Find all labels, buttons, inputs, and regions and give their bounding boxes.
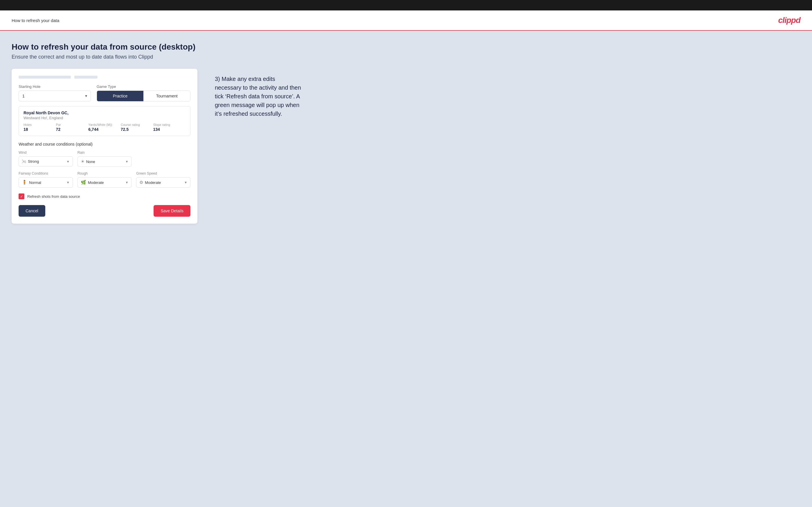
stat-slope-rating-value: 134 [153,127,186,132]
course-name: Royal North Devon GC, [23,111,186,115]
edit-card: Starting Hole 1 ▼ Game Type Practice Tou… [12,69,197,224]
fairway-label: Fairway Conditions [18,171,73,175]
practice-button[interactable]: Practice [97,91,144,101]
rough-chevron-icon: ▼ [125,181,128,184]
starting-hole-select[interactable]: 1 [18,91,91,102]
game-type-label: Game Type [97,84,191,89]
main-content: How to refresh your data from source (de… [0,31,812,507]
cancel-button[interactable]: Cancel [18,205,45,217]
course-stats: Holes 18 Par 72 Yards/White (M)) 6,744 C… [23,123,186,132]
placeholder-tab-2 [74,76,98,78]
game-type-group: Game Type Practice Tournament [97,84,191,102]
green-speed-group: Green Speed ⚙ Moderate ▼ [136,171,191,188]
rain-group: Rain ☀ None ▼ [78,151,132,167]
placeholder-tab-1 [18,76,71,78]
green-speed-value: Moderate [145,180,184,185]
refresh-label: Refresh shots from data source [27,194,80,199]
rough-icon: 🌿 [81,180,86,185]
stat-yards: Yards/White (M)) 6,744 [88,123,121,132]
stat-slope-rating: Slope rating 134 [153,123,186,132]
refresh-row: ✓ Refresh shots from data source [18,193,191,199]
side-note: 3) Make any extra edits necessary to the… [209,69,302,118]
save-details-button[interactable]: Save Details [154,205,191,217]
wind-label: Wind [18,151,73,155]
stat-par-label: Par [56,123,89,126]
game-type-toggle: Practice Tournament [97,91,191,102]
rough-select-wrapper[interactable]: 🌿 Moderate ▼ [78,177,132,188]
starting-hole-label: Starting Hole [18,84,91,89]
header: How to refresh your data clippd [0,10,812,31]
wind-value: Strong [28,159,66,164]
wind-group: Wind 🌬 Strong ▼ [18,151,73,167]
starting-hole-gametype-row: Starting Hole 1 ▼ Game Type Practice Tou… [18,84,191,102]
wind-select-wrapper[interactable]: 🌬 Strong ▼ [18,156,73,167]
rain-value: None [86,160,125,164]
green-speed-select-wrapper[interactable]: ⚙ Moderate ▼ [136,177,191,188]
card-actions: Cancel Save Details [18,205,191,217]
stat-holes-value: 18 [23,127,56,132]
rain-icon: ☀ [81,159,85,164]
stat-yards-label: Yards/White (M)) [88,123,121,126]
page-heading: How to refresh your data from source (de… [12,42,800,52]
rough-label: Rough [78,171,132,175]
stat-par: Par 72 [56,123,89,132]
refresh-checkbox[interactable]: ✓ [18,193,24,199]
page-subheading: Ensure the correct and most up to date d… [12,54,800,60]
fairway-icon: 🧍 [22,180,27,185]
side-note-text: 3) Make any extra edits necessary to the… [215,74,302,118]
checkmark-icon: ✓ [20,194,23,199]
fairway-rough-green-row: Fairway Conditions 🧍 Normal ▼ Rough 🌿 Mo… [18,171,191,188]
stat-course-rating-value: 72.5 [121,127,153,132]
tournament-button[interactable]: Tournament [143,91,190,101]
rain-label: Rain [78,151,132,155]
rain-select-wrapper[interactable]: ☀ None ▼ [78,156,132,167]
starting-hole-group: Starting Hole 1 ▼ [18,84,91,102]
rough-group: Rough 🌿 Moderate ▼ [78,171,132,188]
starting-hole-select-wrapper[interactable]: 1 ▼ [18,91,91,102]
course-info-box: Royal North Devon GC, Westward Ho!, Engl… [18,106,191,136]
wind-icon: 🌬 [22,159,26,164]
rain-chevron-icon: ▼ [125,160,128,163]
stat-holes: Holes 18 [23,123,56,132]
fairway-chevron-icon: ▼ [66,181,70,184]
fairway-select-wrapper[interactable]: 🧍 Normal ▼ [18,177,73,188]
course-location: Westward Ho!, England [23,116,186,120]
stat-yards-value: 6,744 [88,127,121,132]
rough-value: Moderate [88,180,125,185]
weather-section-label: Weather and course conditions (optional) [18,142,191,147]
stat-slope-rating-label: Slope rating [153,123,186,126]
top-bar [0,0,812,10]
spacer [136,151,191,167]
header-title: How to refresh your data [12,18,59,23]
logo: clippd [778,16,800,25]
wind-rain-row: Wind 🌬 Strong ▼ Rain ☀ None ▼ [18,151,191,167]
fairway-group: Fairway Conditions 🧍 Normal ▼ [18,171,73,188]
content-area: Starting Hole 1 ▼ Game Type Practice Tou… [12,69,800,224]
green-speed-chevron-icon: ▼ [184,181,187,184]
green-speed-label: Green Speed [136,171,191,175]
stat-par-value: 72 [56,127,89,132]
stat-course-rating: Course rating 72.5 [121,123,153,132]
wind-chevron-icon: ▼ [66,160,70,163]
green-speed-icon: ⚙ [139,180,143,185]
stat-course-rating-label: Course rating [121,123,153,126]
stat-holes-label: Holes [23,123,56,126]
fairway-value: Normal [29,180,66,185]
